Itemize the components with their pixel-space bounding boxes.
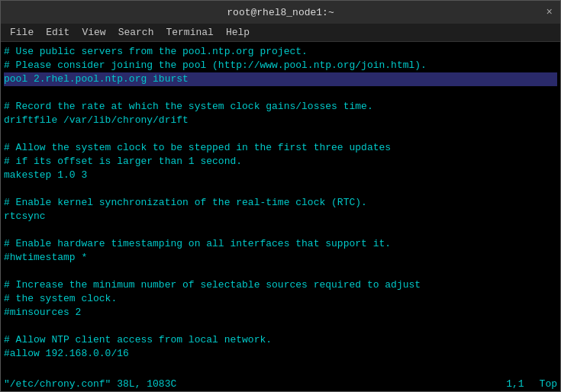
editor-line[interactable]: rtcsync: [4, 210, 557, 223]
editor-line[interactable]: #minsources 2: [4, 306, 557, 320]
close-button[interactable]: ×: [546, 6, 553, 18]
editor-line[interactable]: [4, 265, 557, 278]
editor-line[interactable]: [4, 223, 557, 237]
menu-bar: FileEditViewSearchTerminalHelp: [1, 24, 560, 42]
menu-item-file[interactable]: File: [4, 25, 40, 40]
editor-line[interactable]: # Allow the system clock to be stepped i…: [4, 141, 557, 155]
editor-content: # Use public servers from the pool.ntp.o…: [4, 45, 557, 373]
menu-item-terminal[interactable]: Terminal: [160, 25, 219, 40]
terminal-window: root@rhel8_node1:~ × FileEditViewSearchT…: [0, 0, 561, 392]
title-bar: root@rhel8_node1:~ ×: [1, 1, 560, 24]
status-bar: "/etc/chrony.conf" 38L, 1083C 1,1 Top: [1, 376, 560, 391]
editor-line[interactable]: [4, 127, 557, 141]
editor-line[interactable]: driftfile /var/lib/chrony/drift: [4, 114, 557, 127]
editor-line[interactable]: # if its offset is larger than 1 second.: [4, 155, 557, 169]
menu-item-edit[interactable]: Edit: [40, 25, 76, 40]
editor-line[interactable]: [4, 182, 557, 196]
editor-line[interactable]: # the system clock.: [4, 292, 557, 306]
editor-line[interactable]: # Record the rate at which the system cl…: [4, 100, 557, 114]
editor-line[interactable]: pool 2.rhel.pool.ntp.org iburst: [4, 72, 557, 86]
editor-line[interactable]: # Enable kernel synchronization of the r…: [4, 196, 557, 210]
editor-line[interactable]: # Please consider joining the pool (http…: [4, 59, 557, 72]
editor-line[interactable]: # Allow NTP client access from local net…: [4, 333, 557, 347]
editor-line[interactable]: #hwtimestamp *: [4, 251, 557, 265]
status-file-info: "/etc/chrony.conf" 38L, 1083C: [4, 378, 176, 390]
editor-line[interactable]: makestep 1.0 3: [4, 169, 557, 182]
editor-line[interactable]: # Enable hardware timestamping on all in…: [4, 237, 557, 251]
menu-item-view[interactable]: View: [76, 25, 111, 40]
editor-line[interactable]: [4, 320, 557, 333]
window-title: root@rhel8_node1:~: [227, 7, 334, 18]
status-scroll: Top: [540, 378, 557, 390]
status-right: 1,1 Top: [506, 378, 557, 390]
editor-line[interactable]: [4, 86, 557, 100]
status-position: 1,1: [506, 378, 524, 390]
editor-area[interactable]: # Use public servers from the pool.ntp.o…: [1, 42, 560, 376]
menu-item-help[interactable]: Help: [220, 25, 256, 40]
editor-line[interactable]: # Use public servers from the pool.ntp.o…: [4, 45, 557, 59]
editor-line[interactable]: #allow 192.168.0.0/16: [4, 347, 557, 361]
editor-line[interactable]: # Increase the minimum number of selecta…: [4, 278, 557, 292]
menu-item-search[interactable]: Search: [112, 25, 160, 40]
